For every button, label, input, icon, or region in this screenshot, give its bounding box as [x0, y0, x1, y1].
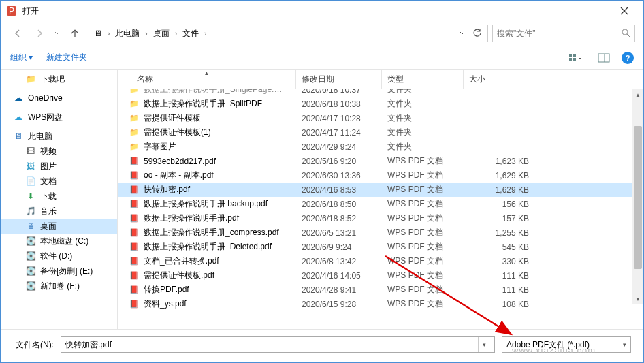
sidebar-item[interactable]: 💽备份[勿删] (E:) — [1, 264, 117, 279]
disk-icon: 💽 — [25, 236, 36, 247]
toolbar: 组织 ▾ 新建文件夹 ? — [1, 46, 643, 70]
file-date: 2020/4/28 9:41 — [296, 285, 382, 295]
column-name[interactable]: ▲名称 — [118, 70, 296, 89]
scroll-up-button[interactable]: ▲ — [632, 89, 643, 100]
file-name: 数据上报操作说明手册_SinglePage.… — [144, 89, 282, 95]
breadcrumb-seg[interactable]: 此电脑 — [112, 27, 142, 41]
chevron-right-icon[interactable]: › — [174, 30, 178, 37]
preview-pane-button[interactable] — [593, 50, 615, 65]
sidebar-item-label: 下载 — [40, 191, 57, 202]
back-button[interactable] — [9, 25, 27, 42]
file-row[interactable]: 📁需提供证件模板(1)2020/4/17 11:24文件夹 — [118, 125, 643, 140]
column-headers: ▲名称 修改日期 类型 大小 — [118, 70, 643, 89]
folder-icon: 📁 — [129, 99, 140, 110]
file-row[interactable]: 📕文档_已合并转换.pdf2020/6/8 13:42WPS PDF 文档330… — [118, 254, 643, 268]
file-name: 需提供证件模板.pdf — [144, 270, 214, 281]
doc-icon: 📄 — [25, 176, 36, 187]
file-row[interactable]: 📕oo - 副本 - 副本.pdf2020/6/30 13:36WPS PDF … — [118, 168, 643, 183]
file-row[interactable]: 📕数据上报操作说明手册 backup.pdf2020/6/18 8:50WPS … — [118, 197, 643, 211]
file-row[interactable]: 📕数据上报操作说明手册.pdf2020/6/18 8:52WPS PDF 文档1… — [118, 211, 643, 225]
file-list[interactable]: 📁数据上报操作说明手册_SinglePage.…2020/6/18 10:37文… — [118, 89, 643, 329]
pc-icon: 🖥 — [13, 131, 24, 142]
pdf-icon: 📕 — [129, 213, 140, 224]
search-icon[interactable] — [621, 28, 630, 40]
file-row[interactable]: 📁需提供证件模板2020/4/17 10:28文件夹 — [118, 111, 643, 125]
sidebar-item[interactable]: ☁WPS网盘 — [1, 110, 117, 125]
filename-input[interactable] — [65, 340, 478, 349]
chevron-right-icon[interactable]: › — [106, 30, 111, 37]
file-name: 需提供证件模板 — [144, 112, 201, 124]
address-bar[interactable]: 🖥 › 此电脑 › 桌面 › 文件 › — [88, 25, 488, 42]
chevron-right-icon[interactable]: › — [144, 30, 148, 37]
up-button[interactable] — [66, 25, 84, 42]
file-row[interactable]: 📕数据上报操作说明手册_compress.pdf2020/6/5 13:21WP… — [118, 225, 643, 240]
refresh-button[interactable] — [470, 25, 485, 42]
organize-button[interactable]: 组织 ▾ — [10, 52, 33, 63]
filename-history-dropdown[interactable]: ▾ — [478, 337, 490, 352]
file-size: 157 KB — [464, 214, 545, 223]
file-row[interactable]: 📕转换PDF.pdf2020/4/28 9:41WPS PDF 文档111 KB — [118, 283, 643, 297]
navigation-pane[interactable]: 📁下载吧☁OneDrive☁WPS网盘🖥此电脑🎞视频🖼图片📄文档⬇下载🎵音乐🖥桌… — [1, 70, 118, 329]
file-name: 数据上报操作说明手册_compress.pdf — [144, 227, 279, 238]
file-date: 2020/6/18 10:37 — [296, 89, 382, 95]
column-size[interactable]: 大小 — [464, 70, 545, 89]
file-row[interactable]: 📁字幕图片2020/4/29 9:24文件夹 — [118, 140, 643, 154]
view-options[interactable] — [564, 50, 586, 65]
filetype-filter[interactable]: Adobe PDF文件 (*.pdf) ▾ — [502, 336, 631, 353]
file-type: WPS PDF 文档 — [382, 255, 464, 267]
disk-icon: 💽 — [25, 266, 36, 277]
app-icon: P — [6, 5, 17, 16]
sidebar-item[interactable]: 🖼图片 — [1, 159, 117, 174]
scroll-thumb[interactable] — [634, 126, 642, 269]
navbar: 🖥 › 此电脑 › 桌面 › 文件 › — [1, 21, 643, 46]
sidebar-item-label: 桌面 — [40, 221, 57, 232]
svg-point-4 — [622, 29, 628, 35]
sidebar-item[interactable]: ⬇下载 — [1, 189, 117, 204]
recent-dropdown[interactable] — [52, 31, 62, 36]
sidebar-item-label: 备份[勿删] (E:) — [40, 266, 93, 277]
vertical-scrollbar[interactable]: ▲ ▼ — [632, 89, 643, 304]
breadcrumb-seg[interactable]: 文件 — [180, 27, 202, 41]
column-type[interactable]: 类型 — [382, 70, 464, 89]
file-row[interactable]: 📕资料_ys.pdf2020/6/15 9:28WPS PDF 文档108 KB — [118, 297, 643, 311]
sidebar-item[interactable]: 📄文档 — [1, 174, 117, 189]
svg-text:P: P — [9, 6, 14, 16]
file-row[interactable]: 📕数据上报操作说明手册_Deleted.pdf2020/6/9 9:24WPS … — [118, 240, 643, 254]
help-button[interactable]: ? — [622, 52, 634, 64]
svg-line-5 — [627, 34, 630, 37]
scroll-down-button[interactable]: ▼ — [632, 294, 643, 304]
breadcrumb-seg[interactable]: 桌面 — [150, 27, 172, 41]
forward-button[interactable] — [31, 25, 48, 42]
address-dropdown[interactable] — [455, 25, 470, 42]
onedrive-icon: ☁ — [13, 93, 24, 104]
file-row[interactable]: 📁数据上报操作说明手册_SplitPDF2020/6/18 10:38文件夹 — [118, 97, 643, 111]
file-row[interactable]: 📁数据上报操作说明手册_SinglePage.…2020/6/18 10:37文… — [118, 89, 643, 97]
sidebar-item[interactable]: 🖥桌面 — [1, 219, 117, 234]
file-type: WPS PDF 文档 — [382, 212, 464, 224]
file-type: WPS PDF 文档 — [382, 227, 464, 238]
close-button[interactable] — [611, 1, 638, 20]
sidebar-item-label: WPS网盘 — [28, 112, 63, 123]
sidebar-item[interactable]: 📁下载吧 — [1, 72, 117, 86]
file-name: 5993ecb2dd217.pdf — [144, 157, 216, 166]
file-size: 111 KB — [464, 271, 545, 281]
file-row[interactable]: 📕需提供证件模板.pdf2020/4/16 14:05WPS PDF 文档111… — [118, 268, 643, 283]
chevron-right-icon[interactable]: › — [203, 30, 208, 37]
search-box[interactable] — [492, 25, 635, 42]
column-date[interactable]: 修改日期 — [296, 70, 382, 89]
new-folder-button[interactable]: 新建文件夹 — [46, 52, 87, 63]
file-row[interactable]: 📕快转加密.pdf2020/4/16 8:53WPS PDF 文档1,629 K… — [118, 183, 643, 197]
sidebar-item[interactable]: 🎵音乐 — [1, 204, 117, 219]
sidebar-item[interactable]: 💽新加卷 (F:) — [1, 279, 117, 294]
search-input[interactable] — [497, 29, 617, 38]
sidebar-item[interactable]: ☁OneDrive — [1, 91, 117, 106]
titlebar: P 打开 — [1, 1, 643, 21]
sidebar-item[interactable]: 💽本地磁盘 (C:) — [1, 234, 117, 249]
sidebar-item[interactable]: 🎞视频 — [1, 144, 117, 159]
filename-field[interactable]: ▾ — [61, 336, 495, 353]
file-row[interactable]: 📕5993ecb2dd217.pdf2020/5/16 9:20WPS PDF … — [118, 154, 643, 168]
sidebar-item-label: 文档 — [40, 176, 57, 187]
sidebar-item[interactable]: 💽软件 (D:) — [1, 249, 117, 264]
sidebar-item[interactable]: 🖥此电脑 — [1, 129, 117, 144]
file-date: 2020/6/9 9:24 — [296, 242, 382, 252]
